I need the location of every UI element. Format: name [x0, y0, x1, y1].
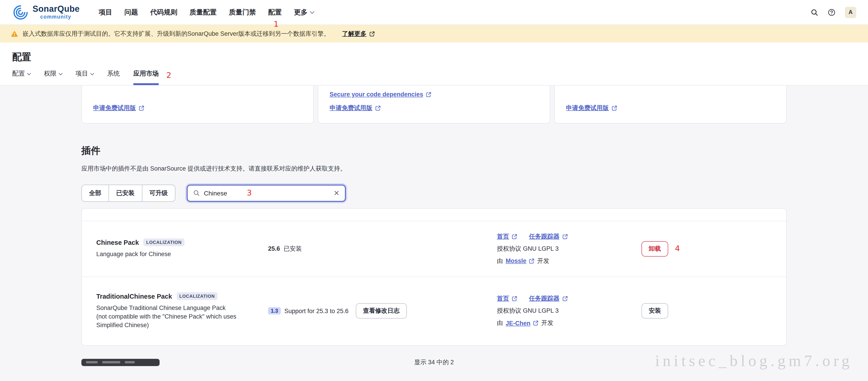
free-trial-link[interactable]: 申请免费试用版 — [566, 104, 617, 112]
external-link-icon — [562, 234, 567, 239]
plugin-version: 25.6 — [268, 245, 280, 252]
plugin-category-badge: LOCALIZATION — [177, 292, 217, 300]
plugin-description: Language pack for Chinese — [96, 251, 237, 259]
issue-tracker-link[interactable]: 任务跟踪器 — [529, 295, 567, 303]
free-trial-link[interactable]: 申请免费试用版 — [93, 104, 144, 112]
nav-item-quality-gates[interactable]: 质量门禁 — [229, 8, 256, 17]
tab-projects[interactable]: 项目 — [75, 70, 94, 85]
chevron-down-icon — [59, 71, 63, 75]
plugin-info-column: TraditionalChinese Pack LOCALIZATION Son… — [96, 292, 268, 330]
plugins-heading: 插件 — [81, 144, 786, 157]
plugin-action-column: 安装 — [642, 303, 772, 319]
search-icon — [193, 190, 200, 197]
nav-item-label: 问题 — [124, 8, 138, 17]
brand-title: SonarQube — [33, 5, 80, 13]
brand-text: SonarQube community — [33, 5, 80, 20]
partial-dark-overlay — [81, 359, 160, 366]
nav-item-projects[interactable]: 项目 — [98, 8, 112, 17]
nav-item-quality-profiles[interactable]: 质量配置 — [189, 8, 217, 17]
plugin-installed-status: 已安装 — [284, 245, 302, 253]
learn-more-link[interactable]: 了解更多 — [342, 30, 375, 38]
overlay-glyph — [125, 361, 135, 363]
tab-permissions[interactable]: 权限 — [44, 70, 62, 85]
search-icon — [811, 8, 818, 16]
administration-header: 配置 配置 权限 项目 系统 应用市场 2 — [0, 42, 868, 86]
help-button[interactable] — [828, 8, 835, 16]
sonarqube-swirl-icon — [13, 4, 29, 20]
plugin-license: 授权协议 GNU LGPL 3 — [497, 245, 642, 253]
annotation-4: 4 — [675, 245, 680, 253]
chevron-down-icon — [310, 9, 315, 13]
chevron-down-icon — [27, 71, 31, 75]
homepage-link[interactable]: 首页 — [497, 295, 517, 303]
overlay-glyph — [86, 361, 98, 363]
plugin-list: Chinese Pack LOCALIZATION Language pack … — [81, 208, 786, 346]
tab-system[interactable]: 系统 — [107, 70, 120, 85]
brand-edition: community — [40, 15, 80, 20]
issue-tracker-label: 任务跟踪器 — [529, 295, 559, 303]
nav-item-rules[interactable]: 代码规则 — [150, 8, 177, 17]
filter-all-button[interactable]: 全部 — [81, 185, 109, 202]
free-trial-label: 申请免费试用版 — [93, 104, 136, 112]
plugin-license: 授权协议 GNU LGPL 3 — [497, 307, 642, 315]
global-search-button[interactable] — [811, 8, 818, 16]
tab-label: 系统 — [107, 70, 120, 78]
view-changelog-button[interactable]: 查看修改日志 — [356, 303, 407, 319]
external-link-icon — [369, 31, 375, 36]
developer-link[interactable]: Mossle — [506, 258, 535, 264]
overlay-glyph — [102, 361, 120, 363]
filter-installed-button[interactable]: 已安装 — [109, 185, 142, 202]
external-link-icon — [375, 106, 380, 111]
plugin-version-column: 25.6 已安装 — [268, 245, 497, 253]
tab-configuration[interactable]: 配置 — [12, 70, 30, 85]
chevron-down-icon — [90, 71, 94, 75]
plugin-list-header — [82, 209, 786, 221]
developer-link[interactable]: JE-Chen — [506, 320, 539, 327]
free-trial-link[interactable]: 申请免费试用版 — [330, 104, 380, 112]
secure-dependencies-link[interactable]: Secure your code dependencies — [330, 91, 431, 98]
filter-upgradable-button[interactable]: 可升级 — [142, 185, 176, 202]
plugin-links-line: 首页 任务跟踪器 — [497, 233, 642, 241]
promo-card-datacenter: 申请免费试用版 — [554, 86, 786, 123]
plugin-developer-line: 由 JE-Chen 开发 — [497, 319, 642, 327]
nav-item-administration[interactable]: 配置 1 — [268, 8, 282, 17]
nav-right-tools: A — [811, 6, 856, 18]
page-title: 配置 — [12, 51, 868, 63]
free-trial-label: 申请免费试用版 — [330, 104, 372, 112]
homepage-label: 首页 — [497, 233, 509, 241]
plugin-search-input[interactable] — [204, 189, 238, 197]
user-avatar[interactable]: A — [845, 6, 856, 18]
plugin-links-column: 首页 任务跟踪器 授权协议 GNU LGPL 3 由 — [497, 295, 642, 327]
nav-item-more[interactable]: 更多 — [294, 8, 314, 17]
external-link-icon — [512, 234, 517, 239]
tab-label: 权限 — [44, 70, 57, 78]
plugin-developer-line: 由 Mossle 开发 — [497, 257, 642, 265]
issue-tracker-label: 任务跟踪器 — [529, 233, 559, 241]
annotation-1: 1 — [274, 20, 278, 28]
tab-label: 应用市场 — [133, 70, 159, 78]
plugin-name-line: TraditionalChinese Pack LOCALIZATION — [96, 292, 268, 300]
nav-item-issues[interactable]: 问题 — [124, 8, 138, 17]
uninstall-button[interactable]: 卸载 — [642, 241, 668, 257]
tab-marketplace[interactable]: 应用市场 — [133, 70, 159, 85]
nav-item-label: 质量门禁 — [229, 8, 256, 17]
banner-text: 嵌入式数据库应仅用于测试目的。它不支持扩展、升级到新的SonarQube Ser… — [23, 30, 330, 38]
plugin-info-column: Chinese Pack LOCALIZATION Language pack … — [96, 239, 268, 259]
external-link-icon — [533, 321, 539, 326]
homepage-link[interactable]: 首页 — [497, 233, 517, 241]
sonarqube-logo[interactable]: SonarQube community — [13, 4, 80, 20]
secure-dependencies-label: Secure your code dependencies — [330, 91, 423, 98]
annotation-3: 3 — [247, 189, 252, 197]
clear-search-button[interactable] — [334, 190, 340, 196]
developer-prefix: 由 — [497, 319, 503, 327]
edition-promo-cards: 申请免费试用版 Secure your code dependencies 申请… — [81, 86, 786, 123]
nav-item-label: 代码规则 — [150, 8, 177, 17]
embedded-database-warning-banner: 嵌入式数据库应仅用于测试目的。它不支持扩展、升级到新的SonarQube Ser… — [0, 25, 868, 42]
content-container: 申请免费试用版 Secure your code dependencies 申请… — [81, 86, 786, 367]
plugin-name-line: Chinese Pack LOCALIZATION — [96, 239, 268, 246]
developer-suffix: 开发 — [541, 319, 554, 327]
install-button[interactable]: 安装 — [642, 303, 668, 319]
issue-tracker-link[interactable]: 任务跟踪器 — [529, 233, 567, 241]
plugin-links-line: 首页 任务跟踪器 — [497, 295, 642, 303]
external-link-icon — [612, 106, 617, 111]
